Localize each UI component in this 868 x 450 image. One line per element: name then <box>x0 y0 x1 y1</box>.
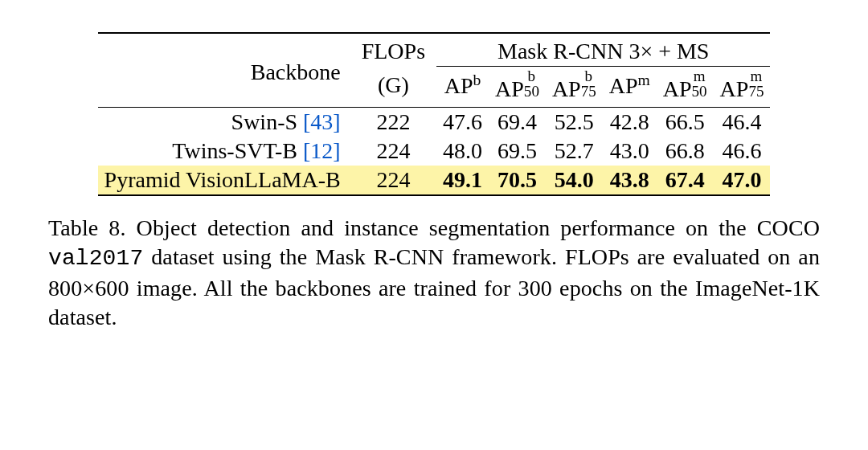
cell-backbone: Swin-S [43] <box>98 108 354 137</box>
cell-apm50: 66.5 <box>657 108 714 137</box>
cell-apm: 43.0 <box>603 137 657 166</box>
cell-flops: 224 <box>354 137 436 166</box>
col-apm: APm <box>603 67 657 108</box>
cell-apm: 43.8 <box>603 166 657 195</box>
cell-apb75: 52.7 <box>546 137 603 166</box>
cell-apm: 42.8 <box>603 108 657 137</box>
cell-apb75: 54.0 <box>546 166 603 195</box>
col-apb: APb <box>436 67 489 108</box>
col-apb75: APb75 <box>546 67 603 108</box>
code-text: val2017 <box>48 246 143 271</box>
cell-apb75: 52.5 <box>546 108 603 137</box>
cell-flops: 222 <box>354 108 436 137</box>
cell-apb: 48.0 <box>436 137 489 166</box>
cell-flops: 224 <box>354 166 436 195</box>
cell-apb: 47.6 <box>436 108 489 137</box>
cell-apb: 49.1 <box>436 166 489 195</box>
citation-link[interactable]: [12] <box>303 138 341 163</box>
cell-apb50: 69.5 <box>489 137 546 166</box>
table-caption: Table 8. Object detection and instance s… <box>48 214 820 333</box>
results-table: Backbone FLOPs Mask R-CNN 3× + MS (G) AP… <box>98 32 771 196</box>
cell-apb50: 69.4 <box>489 108 546 137</box>
col-group-maskrcnn: Mask R-CNN 3× + MS <box>436 33 770 67</box>
table-row: Twins-SVT-B [12] 224 48.0 69.5 52.7 43.0… <box>98 137 771 166</box>
cell-apb50: 70.5 <box>489 166 546 195</box>
col-apb50: APb50 <box>489 67 546 108</box>
cell-backbone: Pyramid VisionLLaMA-B <box>98 166 354 195</box>
col-apm75: APm75 <box>714 67 771 108</box>
col-apm50: APm50 <box>657 67 714 108</box>
col-flops-line2: (G) <box>354 67 436 108</box>
cell-apm50: 66.8 <box>657 137 714 166</box>
table-wrapper: Backbone FLOPs Mask R-CNN 3× + MS (G) AP… <box>48 32 820 196</box>
col-flops-line1: FLOPs <box>354 33 436 67</box>
cell-apm75: 46.6 <box>714 137 771 166</box>
col-backbone: Backbone <box>98 33 354 108</box>
cell-apm75: 47.0 <box>714 166 771 195</box>
table-row-highlighted: Pyramid VisionLLaMA-B 224 49.1 70.5 54.0… <box>98 166 771 195</box>
cell-backbone: Twins-SVT-B [12] <box>98 137 354 166</box>
table-row: Swin-S [43] 222 47.6 69.4 52.5 42.8 66.5… <box>98 108 771 137</box>
cell-apm75: 46.4 <box>714 108 771 137</box>
cell-apm50: 67.4 <box>657 166 714 195</box>
citation-link[interactable]: [43] <box>303 109 341 134</box>
